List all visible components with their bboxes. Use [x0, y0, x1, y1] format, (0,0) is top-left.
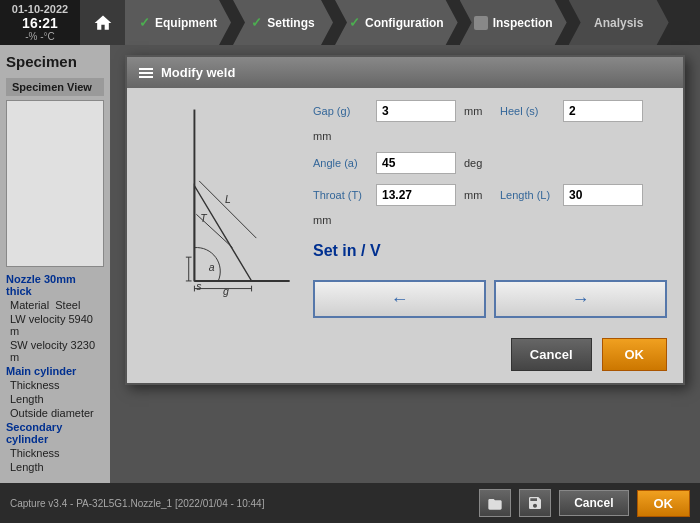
sidebar-section-lw: LW velocity 5940 m [6, 313, 104, 337]
next-arrow-button[interactable]: → [494, 280, 667, 318]
weld-diagram: L T a s g [143, 100, 303, 318]
sidebar-section-thickness: Thickness [6, 379, 104, 391]
nav-item-configuration[interactable]: ✓ Configuration [335, 0, 458, 45]
sidebar-section-sec-cyl: Secondary cylinder [6, 421, 104, 445]
bottom-cancel-button[interactable]: Cancel [559, 490, 628, 516]
sidebar-section-main-cyl: Main cylinder [6, 365, 104, 377]
svg-text:g: g [223, 286, 229, 297]
dialog-footer: Cancel OK [127, 330, 683, 383]
dialog-fields: Gap (g) mm Heel (s) mm Angle (a) deg [313, 100, 667, 318]
sidebar-section-sec-length: Length [6, 461, 104, 473]
svg-text:a: a [209, 262, 215, 273]
sidebar-section-nozzle: Nozzle 30mm thick [6, 273, 104, 297]
angle-unit: deg [464, 157, 484, 169]
nav-item-equipment[interactable]: ✓ Equipment [125, 0, 231, 45]
dialog-ok-button[interactable]: OK [602, 338, 668, 371]
svg-text:s: s [196, 281, 202, 292]
check-icon-configuration: ✓ [349, 15, 360, 30]
check-icon-settings: ✓ [251, 15, 262, 30]
specimen-view-label: Specimen View [6, 78, 104, 96]
temp-display: -% -°C [25, 31, 55, 42]
angle-input[interactable] [376, 152, 456, 174]
length-label: Length (L) [500, 189, 555, 201]
throat-label: Throat (T) [313, 189, 368, 201]
heel-input[interactable] [563, 100, 643, 122]
sidebar-section-sec-thickness: Thickness [6, 447, 104, 459]
top-bar-info: 01-10-2022 16:21 -% -°C [0, 0, 80, 45]
sidebar-title: Specimen [6, 53, 104, 70]
content-area: Modify weld Modify weld [110, 45, 700, 483]
dialog-overlay: Modify weld [110, 45, 700, 483]
svg-text:T: T [200, 213, 208, 224]
modify-weld-dialog: Modify weld [125, 55, 685, 385]
specimen-preview [6, 100, 104, 267]
heel-unit: mm [313, 130, 333, 142]
angle-label: Angle (a) [313, 157, 368, 169]
svg-line-3 [199, 181, 256, 238]
gap-label: Gap (g) [313, 105, 368, 117]
sidebar-section-material: Material Steel [6, 299, 104, 311]
svg-marker-2 [194, 186, 251, 281]
field-row-angle: Angle (a) deg [313, 152, 667, 174]
dialog-body: L T a s g [127, 88, 683, 330]
sidebar-section-sw: SW velocity 3230 m [6, 339, 104, 363]
heel-label: Heel (s) [500, 105, 555, 117]
nav-item-settings[interactable]: ✓ Settings [233, 0, 333, 45]
length-unit: mm [313, 214, 333, 226]
field-row-gap-heel: Gap (g) mm Heel (s) mm [313, 100, 667, 142]
weld-diagram-svg: L T a s g [143, 100, 303, 300]
date-display: 01-10-2022 [12, 3, 68, 15]
check-icon-equipment: ✓ [139, 15, 150, 30]
home-button[interactable] [80, 0, 125, 45]
gap-input[interactable] [376, 100, 456, 122]
field-row-throat-length: Throat (T) mm Length (L) mm [313, 184, 667, 226]
prev-arrow-button[interactable]: ← [313, 280, 486, 318]
bottom-right-controls: Cancel OK [479, 489, 690, 517]
gap-unit: mm [464, 105, 484, 117]
length-input[interactable] [563, 184, 643, 206]
sidebar: Specimen Specimen View Nozzle 30mm thick… [0, 45, 110, 483]
throat-input[interactable] [376, 184, 456, 206]
sidebar-section-od: Outside diameter [6, 407, 104, 419]
time-display: 16:21 [22, 15, 58, 31]
throat-unit: mm [464, 189, 484, 201]
box-icon-inspection [474, 16, 488, 30]
version-info: Capture v3.4 - PA-32L5G1.Nozzle_1 [2022/… [10, 498, 264, 509]
dialog-header: Modify weld [127, 57, 683, 88]
nav-item-analysis[interactable]: Analysis [569, 0, 669, 45]
dialog-cancel-button[interactable]: Cancel [511, 338, 592, 371]
nav-item-inspection[interactable]: Inspection [460, 0, 567, 45]
bottom-bar: Capture v3.4 - PA-32L5G1.Nozzle_1 [2022/… [0, 483, 700, 523]
weld-type-label: Set in / V [313, 242, 667, 260]
main-area: Specimen Specimen View Nozzle 30mm thick… [0, 45, 700, 483]
save-button[interactable] [519, 489, 551, 517]
top-bar: 01-10-2022 16:21 -% -°C ✓ Equipment ✓ Se… [0, 0, 700, 45]
dialog-title: Modify weld [161, 65, 235, 80]
bottom-ok-button[interactable]: OK [637, 490, 691, 517]
folder-button[interactable] [479, 489, 511, 517]
svg-text:L: L [225, 194, 231, 205]
sidebar-section-length: Length [6, 393, 104, 405]
nav-arrows: ← → [313, 280, 667, 318]
hamburger-icon [139, 68, 153, 78]
nav-items: ✓ Equipment ✓ Settings ✓ Configuration I… [125, 0, 700, 45]
